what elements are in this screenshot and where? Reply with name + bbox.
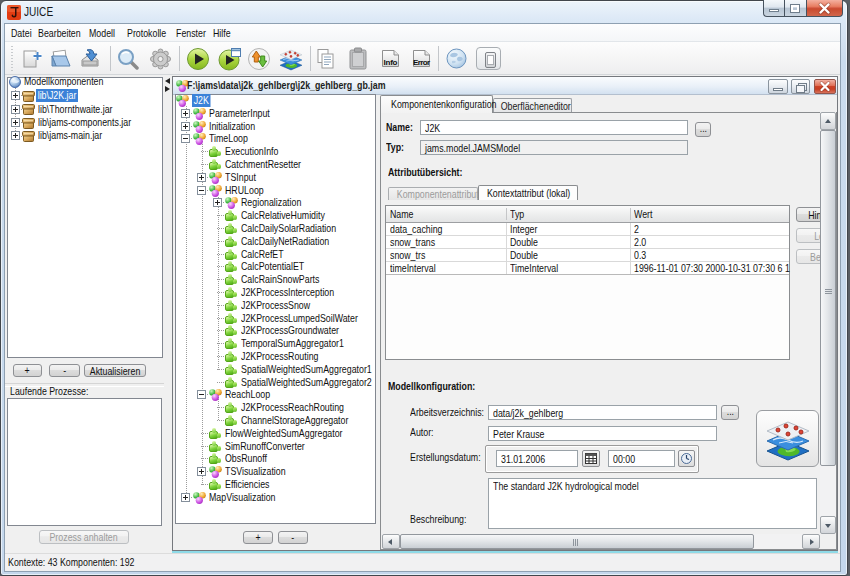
svg-text:Info: Info [383, 58, 397, 67]
svg-text:Error: Error [413, 58, 430, 67]
